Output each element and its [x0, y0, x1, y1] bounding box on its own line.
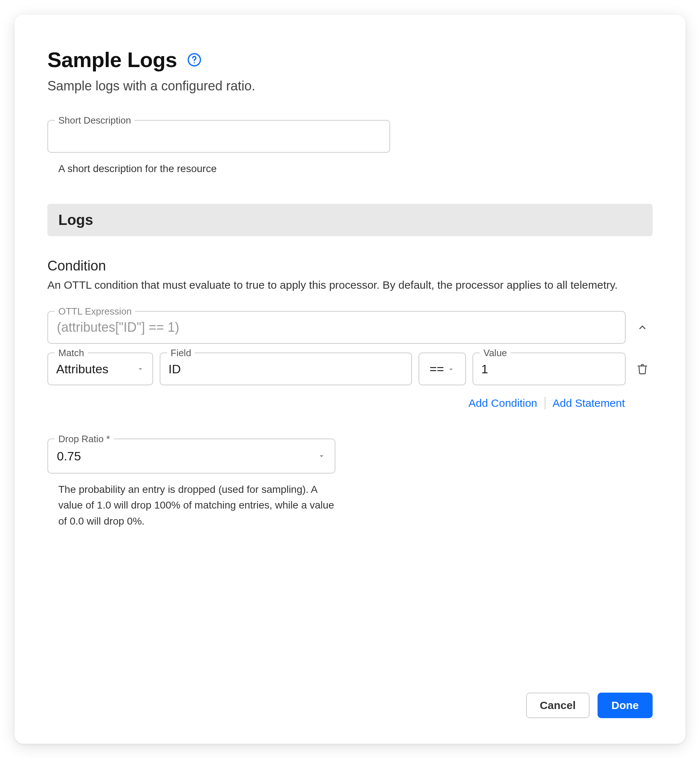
cancel-button[interactable]: Cancel — [526, 693, 589, 718]
operator-select[interactable]: == — [418, 353, 466, 386]
condition-builder-row: Match Attributes Field == Valu — [47, 353, 653, 386]
chevron-up-icon — [637, 322, 648, 332]
header: Sample Logs — [47, 47, 653, 72]
match-label: Match — [55, 347, 88, 359]
condition-title: Condition — [47, 258, 653, 274]
chevron-down-icon — [136, 365, 144, 373]
done-button[interactable]: Done — [597, 693, 653, 718]
add-statement-link[interactable]: Add Statement — [553, 397, 625, 409]
operator-value: == — [430, 362, 444, 376]
short-description-helper: A short description for the resource — [58, 163, 653, 175]
chevron-down-icon — [447, 362, 455, 376]
short-description-field: Short Description — [47, 120, 653, 153]
page-title: Sample Logs — [47, 47, 177, 72]
logs-section-header: Logs — [47, 204, 653, 236]
delete-condition-button[interactable] — [632, 353, 653, 386]
match-value: Attributes — [56, 362, 109, 376]
chevron-down-icon — [317, 452, 326, 460]
ottl-expression-label: OTTL Expression — [55, 306, 135, 317]
field-label: Field — [167, 347, 195, 359]
condition-description: An OTTL condition that must evaluate to … — [47, 279, 653, 291]
page-subtitle: Sample logs with a configured ratio. — [47, 78, 653, 94]
field-field: Field — [160, 353, 412, 386]
ottl-expression-field: OTTL Expression — [47, 311, 626, 344]
field-input[interactable] — [168, 353, 403, 385]
value-field: Value — [472, 353, 626, 386]
svg-point-1 — [194, 62, 195, 63]
expression-row: OTTL Expression — [47, 311, 653, 344]
help-icon[interactable] — [187, 52, 202, 67]
separator — [545, 397, 545, 409]
add-condition-link[interactable]: Add Condition — [469, 397, 537, 409]
operator-field: == — [418, 353, 466, 386]
match-field: Match Attributes — [47, 353, 153, 386]
trash-icon — [637, 363, 648, 375]
drop-ratio-field: Drop Ratio * 0.75 — [47, 439, 335, 473]
drop-ratio-helper: The probability an entry is dropped (use… — [58, 481, 335, 529]
value-label: Value — [480, 347, 511, 359]
short-description-label: Short Description — [55, 115, 135, 126]
config-card: Sample Logs Sample logs with a configure… — [15, 15, 685, 744]
drop-ratio-label: Drop Ratio * — [55, 433, 114, 445]
drop-ratio-value: 0.75 — [57, 449, 81, 464]
collapse-toggle[interactable] — [632, 311, 653, 344]
condition-actions: Add Condition Add Statement — [47, 397, 653, 409]
footer-actions: Cancel Done — [47, 671, 653, 718]
